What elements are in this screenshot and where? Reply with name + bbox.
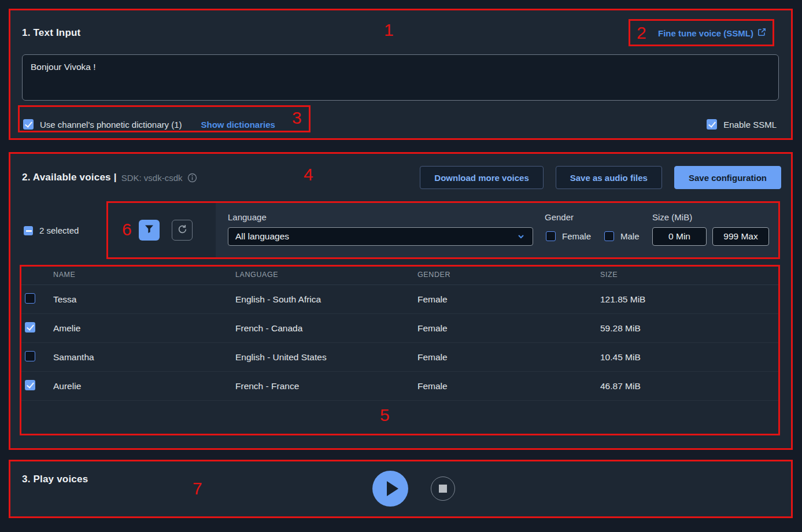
use-dictionary-label: Use channel's phonetic dictionary (1) [40, 120, 182, 130]
female-label: Female [562, 231, 591, 241]
language-label: Language [228, 212, 267, 222]
sdk-label: SDK: vsdk-csdk [121, 173, 183, 183]
chevron-down-icon [516, 232, 526, 241]
table-row[interactable]: Aurelie French - France Female 46.87 MiB [20, 372, 780, 401]
voice-gender: Female [417, 294, 600, 305]
filter-bar: Language All languages Gender Female [106, 201, 780, 259]
male-checkbox[interactable] [604, 231, 614, 241]
voice-name: Aurelie [53, 381, 235, 391]
row-checkbox[interactable] [25, 322, 35, 332]
male-label: Male [620, 231, 640, 241]
voice-gender: Female [417, 352, 600, 363]
selected-count-label: 2 selected [39, 226, 79, 235]
voice-name: Amelie [53, 323, 235, 334]
refresh-button[interactable] [172, 220, 193, 241]
filter-button[interactable] [139, 220, 160, 241]
voice-size: 46.87 MiB [600, 381, 780, 391]
language-select-value: All languages [235, 231, 289, 242]
voice-table-body: Tessa English - South Africa Female 121.… [20, 285, 780, 401]
table-header-row: NAME LANGUAGE GENDER SIZE [20, 265, 780, 285]
refresh-icon [177, 224, 188, 237]
row-checkbox[interactable] [25, 351, 35, 361]
gender-label: Gender [545, 212, 574, 222]
fine-tune-ssml-label: Fine tune voice (SSML) [658, 28, 753, 38]
filter-form: Language All languages Gender Female [216, 201, 780, 259]
voice-size: 10.45 MiB [600, 352, 780, 363]
download-more-voices-button[interactable]: Download more voices [420, 166, 543, 189]
voice-gender: Female [417, 323, 600, 334]
voice-gender: Female [417, 381, 600, 391]
section3-title: 3. Play voices [22, 474, 88, 485]
language-select[interactable]: All languages [228, 227, 533, 246]
col-header-gender: GENDER [417, 271, 600, 279]
fine-tune-ssml-link[interactable]: Fine tune voice (SSML) [658, 28, 766, 38]
external-link-icon [757, 28, 766, 38]
col-header-size: SIZE [600, 271, 780, 279]
voice-language: French - Canada [235, 323, 417, 334]
voice-size: 59.28 MiB [600, 323, 780, 334]
female-checkbox[interactable] [546, 231, 556, 241]
voice-name: Tessa [53, 294, 235, 305]
voices-table: NAME LANGUAGE GENDER SIZE Tessa English … [20, 265, 780, 435]
funnel-icon [144, 224, 154, 237]
section1-title: 1. Text Input [22, 27, 80, 39]
size-max-input[interactable]: 999 Max [712, 227, 769, 246]
voice-size: 121.85 MiB [600, 294, 780, 305]
info-icon[interactable] [187, 173, 197, 183]
save-configuration-button[interactable]: Save configuration [674, 166, 781, 189]
show-dictionaries-link[interactable]: Show dictionaries [201, 120, 275, 130]
voice-language: French - France [235, 381, 417, 391]
enable-ssml-checkbox[interactable] [707, 119, 717, 130]
voice-language: English - United States [235, 352, 417, 363]
col-header-language: LANGUAGE [235, 271, 417, 279]
use-dictionary-checkbox[interactable] [23, 119, 34, 130]
text-input-section: 1. Text Input Fine tune voice (SSML) Bon… [10, 10, 792, 139]
tts-text-input[interactable]: Bonjour Vivoka ! [22, 54, 779, 101]
voice-language: English - South Africa [235, 294, 417, 305]
select-all-checkbox[interactable] [24, 226, 33, 235]
stop-button[interactable] [431, 476, 455, 501]
row-checkbox[interactable] [25, 380, 35, 390]
size-label: Size (MiB) [652, 212, 692, 222]
table-row[interactable]: Amelie French - Canada Female 59.28 MiB [20, 314, 780, 343]
voice-name: Samantha [53, 352, 235, 363]
available-voices-section: 2. Available voices | SDK: vsdk-csdk Dow… [10, 153, 792, 449]
col-header-name: NAME [53, 271, 235, 279]
section2-title: 2. Available voices | [22, 172, 117, 183]
tts-voice-console: 1. Text Input Fine tune voice (SSML) Bon… [0, 0, 802, 532]
table-row[interactable]: Samantha English - United States Female … [20, 343, 780, 372]
play-voices-section: 3. Play voices [10, 461, 792, 517]
row-checkbox[interactable] [25, 293, 35, 304]
table-row[interactable]: Tessa English - South Africa Female 121.… [20, 285, 780, 314]
play-button[interactable] [372, 471, 408, 507]
save-as-audio-files-button[interactable]: Save as audio files [556, 166, 662, 189]
enable-ssml-label: Enable SSML [723, 120, 777, 130]
size-min-input[interactable]: 0 Min [652, 227, 707, 246]
